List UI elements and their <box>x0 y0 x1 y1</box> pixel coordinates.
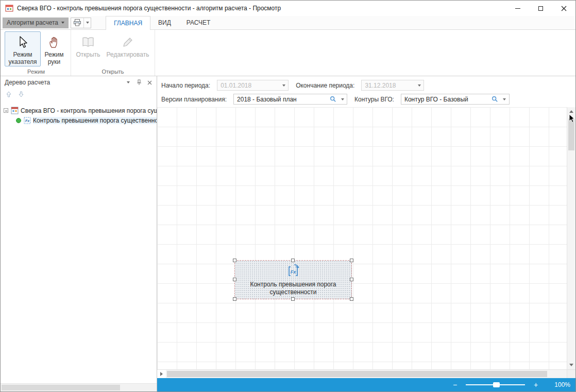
selection-handle[interactable] <box>350 259 353 262</box>
status-green-icon <box>16 118 21 123</box>
panel-menu-button[interactable] <box>124 79 132 87</box>
zoom-out-button[interactable]: − <box>449 381 461 389</box>
panel-header: Дерево расчета <box>1 76 157 89</box>
combo-dropdown-button[interactable] <box>500 94 509 104</box>
app-icon <box>5 4 13 12</box>
version-row: Версии планирования: 2018 - Базовый план… <box>161 94 571 105</box>
scrollbar-thumb[interactable] <box>2 385 120 390</box>
panel-close-button[interactable] <box>146 79 154 87</box>
calculation-icon <box>11 107 19 114</box>
app-menu-label: Алгоритм расчета <box>7 19 58 26</box>
selection-handle[interactable] <box>233 297 236 301</box>
tree-toolbar <box>1 89 157 101</box>
pencil-icon <box>122 35 134 50</box>
print-dropdown-button[interactable] <box>83 18 91 28</box>
vgo-contour-combo[interactable]: Контур ВГО - Базовый <box>401 94 510 105</box>
scrollbar-thumb[interactable] <box>167 371 547 377</box>
date-dropdown-button <box>279 80 288 90</box>
content-area: Начало периода: 01.01.2018 Окончание пер… <box>157 76 575 391</box>
svg-text:Fx: Fx <box>25 119 30 123</box>
application-window: Сверка ВГО - контроль превышения порога … <box>0 0 576 392</box>
maximize-icon <box>538 6 543 11</box>
zoom-in-button[interactable]: + <box>530 381 541 389</box>
tree-label: Сверка ВГО - контроль превышения порога … <box>21 107 157 114</box>
vgo-contour-label: Контуры ВГО: <box>354 96 394 103</box>
panel-pin-button[interactable] <box>135 79 143 87</box>
window-title: Сверка ВГО - контроль превышения порога … <box>17 5 506 12</box>
printer-icon <box>73 19 81 27</box>
close-icon <box>147 80 152 85</box>
horizontal-scrollbar[interactable] <box>157 369 567 378</box>
app-menu-button[interactable]: Алгоритм расчета <box>3 18 69 28</box>
triangle-up-icon <box>569 110 573 113</box>
selection-handle[interactable] <box>233 278 236 281</box>
minimize-icon <box>515 8 520 9</box>
tab-calculation[interactable]: РАСЧЕТ <box>179 16 218 29</box>
ribbon-group-open: Открыть Редактировать Открыть <box>71 30 155 76</box>
period-start-label: Начало периода: <box>161 82 210 89</box>
chevron-down-icon <box>61 22 64 24</box>
group-label-mode: Режим <box>3 69 70 75</box>
filter-bar: Начало периода: 01.01.2018 Окончание пер… <box>157 76 575 107</box>
selection-handle[interactable] <box>350 278 353 281</box>
vertical-scrollbar[interactable] <box>567 107 575 369</box>
tree-row[interactable]: Fx Контроль превышения порога существенн… <box>1 115 157 125</box>
zoom-slider-thumb[interactable] <box>493 382 500 387</box>
period-row: Начало периода: 01.01.2018 Окончание пер… <box>161 80 571 91</box>
tree-row[interactable]: Сверка ВГО - контроль превышения порога … <box>1 106 157 115</box>
selection-handle[interactable] <box>233 259 236 262</box>
collapse-toggle-icon[interactable] <box>4 108 8 113</box>
minimize-button[interactable] <box>506 1 529 16</box>
chevron-down-icon <box>418 84 421 87</box>
combo-dropdown-button[interactable] <box>338 94 347 104</box>
maximize-button[interactable] <box>529 1 552 16</box>
print-button[interactable] <box>71 18 83 28</box>
search-icon <box>330 96 336 103</box>
main-area: Дерево расчета <box>1 76 575 391</box>
planning-version-label: Версии планирования: <box>161 96 227 103</box>
chevron-down-icon <box>127 81 130 83</box>
canvas-wrap: Fx Контроль превышения порога существенн… <box>157 107 575 369</box>
search-icon <box>492 96 498 103</box>
lookup-search-button[interactable] <box>328 94 338 104</box>
selection-handle[interactable] <box>350 297 353 301</box>
planning-version-combo[interactable]: 2018 - Базовый план <box>233 94 347 105</box>
chevron-down-icon <box>86 22 89 24</box>
hand-icon <box>48 35 60 50</box>
diagram-node[interactable]: Fx Контроль превышения порога существенн… <box>234 260 352 299</box>
date-dropdown-button <box>415 80 423 90</box>
diagram-canvas[interactable]: Fx Контроль превышения порога существенн… <box>157 107 567 369</box>
selection-handle[interactable] <box>291 297 295 301</box>
move-up-button <box>6 91 12 99</box>
hand-mode-button[interactable]: Режим руки <box>41 31 67 66</box>
pointer-mode-button[interactable]: Режим указателя <box>5 31 41 66</box>
zoom-slider[interactable] <box>466 382 525 387</box>
fx-node-icon: Fx <box>286 264 300 279</box>
edit-button: Редактировать <box>103 31 153 66</box>
calculation-tree: Сверка ВГО - контроль превышения порога … <box>1 101 157 383</box>
scroll-right-button[interactable] <box>157 370 166 378</box>
group-label-open: Открыть <box>71 69 155 75</box>
selection-handle[interactable] <box>291 259 295 262</box>
cursor-icon <box>17 35 28 50</box>
hscroll-row <box>157 369 575 378</box>
scroll-down-button[interactable] <box>567 361 575 369</box>
tree-label: Контроль превышения порога существенност… <box>33 117 157 124</box>
hand-mode-label: Режим руки <box>41 51 67 65</box>
planning-version-value: 2018 - Базовый план <box>234 96 328 103</box>
ribbon-body: Режим указателя Режим руки Режим Открыть <box>1 30 575 76</box>
chevron-down-icon <box>341 98 344 100</box>
ribbon-tab-row: Алгоритм расчета ГЛАВНАЯ ВИД РАСЧЕТ <box>1 16 575 30</box>
tab-view[interactable]: ВИД <box>150 16 179 29</box>
panel-horizontal-scrollbar[interactable] <box>1 383 157 391</box>
vgo-contour-value: Контур ВГО - Базовый <box>401 96 490 103</box>
lookup-search-button[interactable] <box>490 94 500 104</box>
svg-text:Fx: Fx <box>291 269 296 274</box>
period-start-input: 01.01.2018 <box>217 80 289 91</box>
scrollbar-corner <box>567 369 575 378</box>
close-button[interactable] <box>552 1 575 16</box>
tab-main[interactable]: ГЛАВНАЯ <box>106 16 150 30</box>
ribbon-group-mode: Режим указателя Режим руки Режим <box>3 30 70 76</box>
triangle-down-icon <box>569 364 573 366</box>
zoom-statusbar: − + 100% <box>157 378 575 391</box>
